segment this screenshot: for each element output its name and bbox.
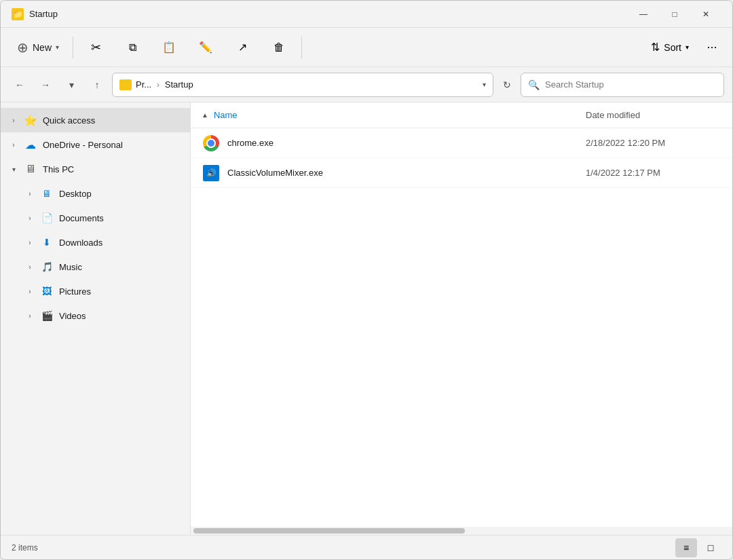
- sidebar-item-pictures[interactable]: › 🖼 Pictures: [1, 279, 190, 303]
- sort-label: Sort: [664, 42, 681, 53]
- copy-button[interactable]: ⧉: [115, 31, 149, 64]
- forward-icon: →: [41, 79, 50, 90]
- window-icon: 📁: [12, 8, 24, 20]
- content-area: › ⭐ Quick access › ☁ OneDrive - Personal…: [1, 102, 732, 535]
- sidebar-item-downloads[interactable]: › ⬇ Downloads: [1, 230, 190, 255]
- rename-button[interactable]: ✏️: [189, 31, 223, 64]
- onedrive-chevron-icon: ›: [9, 141, 18, 149]
- sidebar-item-label-onedrive: OneDrive - Personal: [43, 140, 123, 150]
- sidebar-item-documents[interactable]: › 📄 Documents: [1, 206, 190, 230]
- sidebar-item-label-pictures: Pictures: [59, 286, 91, 297]
- file-date-volume-mixer: 1/4/2022 12:17 PM: [586, 168, 721, 178]
- music-chevron-icon: ›: [25, 263, 35, 271]
- search-input[interactable]: [545, 79, 717, 90]
- sidebar-item-desktop[interactable]: › 🖥 Desktop: [1, 181, 190, 206]
- onedrive-icon: ☁: [24, 138, 37, 151]
- window-title: Startup: [29, 9, 628, 19]
- back-icon: ←: [15, 79, 24, 90]
- volume-mixer-icon: 🔊: [203, 165, 219, 181]
- search-icon: 🔍: [528, 79, 540, 90]
- address-prefix: Pr...: [136, 79, 151, 90]
- view-buttons: ≡ □: [675, 538, 721, 557]
- address-folder-icon: [119, 79, 132, 90]
- search-box[interactable]: 🔍: [521, 73, 724, 97]
- delete-button[interactable]: 🗑: [262, 31, 296, 64]
- close-button[interactable]: ✕: [690, 3, 721, 25]
- file-name-chrome: chrome.exe: [227, 138, 586, 148]
- copy-icon: ⧉: [129, 41, 136, 54]
- paste-icon: 📋: [162, 41, 176, 54]
- quick-access-icon: ⭐: [24, 114, 37, 127]
- paste-button[interactable]: 📋: [152, 31, 186, 64]
- cut-icon: ✂: [91, 40, 101, 55]
- toolbar: ⊕ New ▾ ✂ ⧉ 📋 ✏️ ↗ 🗑 ⇅ Sort ▾ ···: [1, 28, 732, 67]
- column-header-date[interactable]: Date modified: [586, 110, 721, 120]
- sidebar-item-onedrive[interactable]: › ☁ OneDrive - Personal: [1, 132, 190, 157]
- videos-chevron-icon: ›: [25, 312, 35, 320]
- horizontal-scrollbar[interactable]: [191, 527, 732, 535]
- sidebar-item-this-pc[interactable]: ▾ 🖥 This PC: [1, 157, 190, 181]
- table-row[interactable]: 🔊 ClassicVolumeMixer.exe 1/4/2022 12:17 …: [191, 158, 732, 188]
- list-view-button[interactable]: ≡: [675, 538, 697, 557]
- file-list-header: ▲ Name Date modified: [191, 102, 732, 128]
- desktop-chevron-icon: ›: [25, 190, 35, 198]
- volume-file-icon: 🔊: [202, 165, 221, 181]
- sort-chevron-icon: ▾: [685, 43, 689, 51]
- item-count: 2 items: [12, 543, 38, 553]
- downloads-chevron-icon: ›: [25, 239, 35, 246]
- table-row[interactable]: chrome.exe 2/18/2022 12:20 PM: [191, 128, 732, 158]
- more-options-button[interactable]: ···: [700, 35, 724, 60]
- chrome-file-icon: [202, 135, 221, 151]
- maximize-button[interactable]: □: [659, 3, 690, 25]
- file-rows: chrome.exe 2/18/2022 12:20 PM 🔊 ClassicV…: [191, 128, 732, 527]
- downloads-icon: ⬇: [40, 237, 54, 248]
- toolbar-separator-2: [301, 37, 302, 58]
- file-date-chrome: 2/18/2022 12:20 PM: [586, 138, 721, 148]
- detail-view-button[interactable]: □: [700, 538, 721, 557]
- address-text: Pr... › Startup: [136, 79, 478, 90]
- window: 📁 Startup — □ ✕ ⊕ New ▾ ✂ ⧉ 📋 ✏️ ↗: [0, 0, 733, 560]
- cut-button[interactable]: ✂: [79, 31, 113, 64]
- sort-button[interactable]: ⇅ Sort ▾: [643, 31, 697, 64]
- up-button[interactable]: ↑: [86, 74, 108, 96]
- rename-icon: ✏️: [199, 41, 212, 54]
- sidebar-item-label-music: Music: [59, 262, 82, 272]
- back-button[interactable]: ←: [9, 74, 31, 96]
- window-controls: — □ ✕: [628, 3, 721, 25]
- horizontal-scrollbar-thumb[interactable]: [193, 528, 465, 534]
- share-icon: ↗: [238, 41, 247, 54]
- sort-icon: ⇅: [651, 41, 660, 54]
- sidebar-item-music[interactable]: › 🎵 Music: [1, 255, 190, 279]
- share-button[interactable]: ↗: [225, 31, 259, 64]
- music-icon: 🎵: [40, 261, 54, 272]
- forward-button[interactable]: →: [35, 74, 56, 96]
- column-header-name[interactable]: Name: [214, 110, 586, 120]
- pictures-chevron-icon: ›: [25, 288, 35, 295]
- address-bar[interactable]: Pr... › Startup ▾: [112, 73, 493, 97]
- this-pc-icon: 🖥: [24, 163, 37, 175]
- more-icon: ···: [707, 40, 717, 54]
- history-icon: ▾: [69, 79, 74, 90]
- history-button[interactable]: ▾: [60, 74, 82, 96]
- sort-direction-icon: ▲: [202, 111, 208, 119]
- documents-chevron-icon: ›: [25, 214, 35, 222]
- file-list: ▲ Name Date modified chrome.exe 2/18/202…: [191, 102, 732, 535]
- minimize-button[interactable]: —: [628, 3, 659, 25]
- quick-access-chevron-icon: ›: [9, 117, 18, 124]
- new-button[interactable]: ⊕ New ▾: [9, 31, 67, 64]
- sidebar: › ⭐ Quick access › ☁ OneDrive - Personal…: [1, 102, 191, 535]
- sidebar-item-quick-access[interactable]: › ⭐ Quick access: [1, 108, 190, 132]
- documents-icon: 📄: [40, 212, 54, 223]
- detail-view-icon: □: [708, 542, 713, 553]
- videos-icon: 🎬: [40, 310, 54, 321]
- pictures-icon: 🖼: [40, 286, 54, 297]
- sidebar-item-videos[interactable]: › 🎬 Videos: [1, 303, 190, 328]
- sidebar-item-label-quick-access: Quick access: [43, 115, 95, 126]
- sidebar-item-label-desktop: Desktop: [59, 189, 92, 199]
- new-chevron-icon: ▾: [56, 43, 59, 51]
- refresh-button[interactable]: ↻: [497, 75, 516, 94]
- title-bar: 📁 Startup — □ ✕: [1, 1, 732, 28]
- navigation-bar: ← → ▾ ↑ Pr... › Startup ▾ ↻ 🔍: [1, 67, 732, 102]
- address-current: Startup: [165, 79, 193, 90]
- new-icon: ⊕: [17, 39, 29, 56]
